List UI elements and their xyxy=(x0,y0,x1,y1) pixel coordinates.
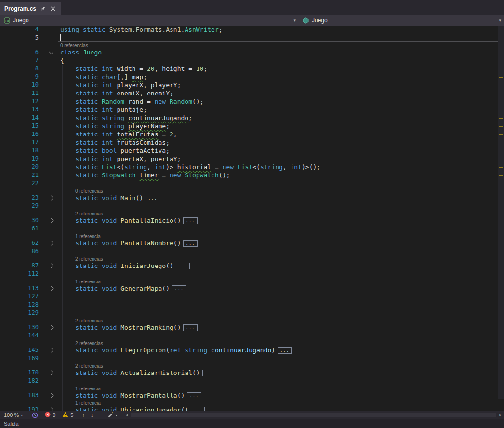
line-number[interactable] xyxy=(0,400,40,406)
line-number[interactable]: 9 xyxy=(0,73,40,81)
codelens-references-link[interactable]: 1 referencia xyxy=(75,401,101,406)
line-number[interactable]: 144 xyxy=(0,332,40,340)
code-line[interactable]: 6class Juego xyxy=(0,48,504,56)
line-number[interactable]: 87 xyxy=(0,262,40,270)
line-number[interactable]: 15 xyxy=(0,122,40,130)
type-dropdown[interactable]: C# Juego ▾ xyxy=(0,15,299,26)
collapsed-region-box[interactable]: ... xyxy=(183,240,197,247)
line-number[interactable]: 130 xyxy=(0,323,40,332)
code-line[interactable]: 13 static int puntaje; xyxy=(0,106,504,114)
line-number[interactable]: 8 xyxy=(0,65,40,73)
code-line[interactable]: 61 xyxy=(0,225,504,233)
expand-chevron-icon[interactable] xyxy=(49,196,54,201)
line-number[interactable]: 86 xyxy=(0,247,40,255)
line-number[interactable]: 14 xyxy=(0,114,40,122)
code-line[interactable]: 113 static void GenerarMapa()... xyxy=(0,284,504,293)
line-number[interactable] xyxy=(0,317,40,323)
code-line[interactable]: 21 static Stopwatch timer = new Stopwatc… xyxy=(0,171,504,179)
code-line[interactable]: 169 xyxy=(0,354,504,362)
code-line[interactable]: 86 xyxy=(0,247,504,255)
line-number[interactable]: 113 xyxy=(0,284,40,293)
expand-chevron-icon[interactable] xyxy=(49,348,54,353)
code-line[interactable]: 9 static char[,] map; xyxy=(0,73,504,81)
code-line[interactable]: 128 xyxy=(0,301,504,309)
codelens-references-link[interactable]: 2 referencias xyxy=(75,256,103,262)
collapsed-region-box[interactable]: ... xyxy=(172,285,186,292)
code-line[interactable]: 145 static void ElegirOpcion(ref string … xyxy=(0,346,504,354)
collapsed-region-box[interactable]: ... xyxy=(183,217,197,224)
collapsed-region-box[interactable]: ... xyxy=(202,370,216,376)
codelens-references-link[interactable]: 2 referencias xyxy=(75,341,103,346)
code-line[interactable]: 183 static void MostrarPantalla()... xyxy=(0,391,504,400)
scrollbar-thumb[interactable] xyxy=(131,413,496,417)
line-number[interactable] xyxy=(0,362,40,369)
code-line[interactable]: 4using static System.Formats.Asn1.AsnWri… xyxy=(0,26,504,34)
code-line[interactable]: 8 static int width = 20, height = 10; xyxy=(0,65,504,73)
code-line[interactable]: 22 xyxy=(0,179,504,187)
line-number[interactable] xyxy=(0,340,40,346)
line-number[interactable]: 6 xyxy=(0,48,40,56)
code-line[interactable]: 10 static int playerX, playerY; xyxy=(0,81,504,89)
prev-issue-button[interactable]: ↑ xyxy=(82,413,85,418)
health-indicator-icon[interactable] xyxy=(32,412,38,418)
expand-chevron-icon[interactable] xyxy=(49,393,54,398)
pin-icon[interactable] xyxy=(40,5,46,12)
vertical-scrollbar[interactable] xyxy=(497,26,504,411)
line-number[interactable]: 169 xyxy=(0,354,40,362)
code-line[interactable]: 11 static int enemiX, enemiY; xyxy=(0,89,504,97)
code-line[interactable]: 30 static void PantallaInicio()... xyxy=(0,216,504,225)
collapsed-region-box[interactable]: ... xyxy=(146,195,159,201)
output-panel-header[interactable]: Salida xyxy=(0,419,504,428)
line-number[interactable]: 145 xyxy=(0,346,40,354)
line-number[interactable]: 193 xyxy=(0,406,40,411)
scrollbar-thumb[interactable] xyxy=(498,26,504,399)
line-number[interactable] xyxy=(0,187,40,194)
line-number[interactable] xyxy=(0,233,40,239)
code-editor[interactable]: 4using static System.Formats.Asn1.AsnWri… xyxy=(0,26,504,411)
codelens-references-link[interactable]: 1 referencia xyxy=(75,279,101,284)
line-number[interactable]: 13 xyxy=(0,106,40,114)
collapsed-region-box[interactable]: ... xyxy=(183,324,197,331)
line-number[interactable]: 128 xyxy=(0,301,40,309)
line-number[interactable] xyxy=(0,255,40,262)
line-number[interactable]: 170 xyxy=(0,369,40,377)
expand-chevron-icon[interactable] xyxy=(49,218,54,223)
codelens-references-link[interactable]: 2 referencias xyxy=(75,318,103,323)
code-line[interactable]: 17 static int frutasComidas; xyxy=(0,138,504,147)
expand-chevron-icon[interactable] xyxy=(49,264,54,268)
scroll-right-icon[interactable]: ▶ xyxy=(497,413,504,417)
collapse-chevron-icon[interactable] xyxy=(49,50,54,54)
collapsed-region-box[interactable]: ... xyxy=(187,392,201,399)
warning-count[interactable]: 5 xyxy=(62,412,73,418)
line-number[interactable]: 18 xyxy=(0,147,40,155)
expand-chevron-icon[interactable] xyxy=(49,325,54,330)
scrollbar-track[interactable] xyxy=(130,411,497,419)
line-number[interactable]: 23 xyxy=(0,194,40,202)
codelens-references-link[interactable]: 0 referencias xyxy=(75,188,103,194)
code-line[interactable]: 130 static void MostrarRanking()... xyxy=(0,323,504,332)
line-number[interactable] xyxy=(0,385,40,391)
line-number[interactable]: 129 xyxy=(0,309,40,317)
line-number[interactable]: 16 xyxy=(0,130,40,138)
code-line[interactable]: 127 xyxy=(0,293,504,301)
scroll-left-icon[interactable]: ◀ xyxy=(123,413,130,417)
line-number[interactable] xyxy=(0,210,40,216)
line-number[interactable]: 12 xyxy=(0,97,40,106)
code-line[interactable]: 14 static string continuarJugando; xyxy=(0,114,504,122)
line-number[interactable]: 10 xyxy=(0,81,40,89)
code-line[interactable]: 62 static void PantallaNombre()... xyxy=(0,239,504,247)
codelens-references-link[interactable]: 1 referencia xyxy=(75,386,101,391)
line-number[interactable]: 112 xyxy=(0,270,40,278)
line-number[interactable]: 61 xyxy=(0,225,40,233)
code-line[interactable]: 20 static List<(string, int)> historial … xyxy=(0,163,504,171)
code-line[interactable]: 5 xyxy=(0,34,504,42)
code-line[interactable]: 193 static void UbicacionJugador()... xyxy=(0,406,504,411)
line-number[interactable]: 19 xyxy=(0,155,40,163)
line-number[interactable] xyxy=(0,278,40,284)
codelens-references-link[interactable]: 2 referencias xyxy=(75,211,103,216)
next-issue-button[interactable]: ↓ xyxy=(91,413,93,418)
line-number[interactable]: 7 xyxy=(0,56,40,65)
line-number[interactable]: 62 xyxy=(0,239,40,247)
codelens-references-link[interactable]: 2 referencias xyxy=(75,363,103,369)
code-line[interactable]: 16 static int totalFrutas = 2; xyxy=(0,130,504,138)
